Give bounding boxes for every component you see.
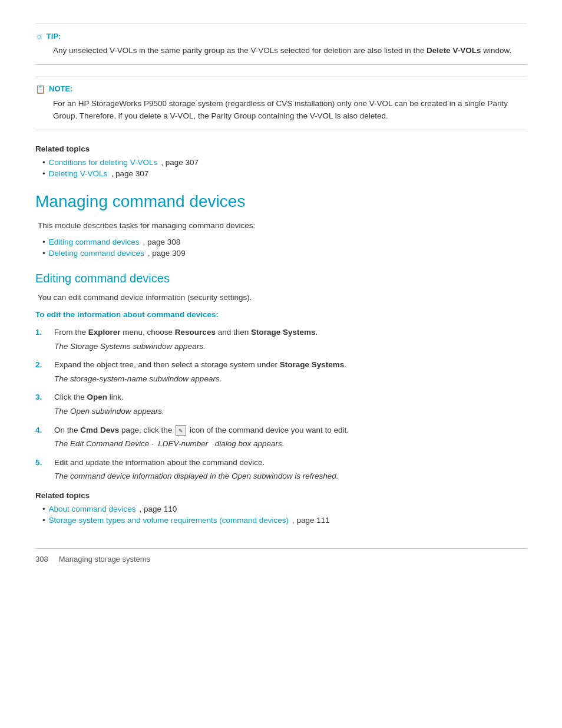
step-num-4: 4.: [35, 424, 46, 437]
bold-storage-systems-2: Storage Systems: [280, 360, 345, 369]
deleting-command-devices-link[interactable]: Deleting command devices: [49, 249, 144, 258]
storage-system-types-link[interactable]: Storage system types and volume requirem…: [49, 516, 289, 525]
note-title: NOTE:: [49, 84, 72, 93]
related-topics-1: Related topics Conditions for deleting V…: [35, 144, 527, 178]
list-item: Storage system types and volume requirem…: [42, 516, 527, 525]
step-sub-5: The command device information displayed…: [54, 470, 527, 483]
note-box: 📋 NOTE: For an HP StorageWorks P9500 sto…: [35, 77, 527, 130]
footer-page-num: 308: [35, 555, 48, 564]
managing-links: Editing command devices , page 308 Delet…: [35, 238, 527, 258]
steps-list: 1. From the Explorer menu, choose Resour…: [35, 326, 527, 483]
tip-icon: ☼: [35, 31, 43, 41]
note-text: For an HP StorageWorks P9500 storage sys…: [35, 97, 527, 123]
bold-storage-systems: Storage Systems: [251, 328, 316, 337]
step-num-2: 2.: [35, 358, 46, 371]
bold-cmd-devs: Cmd Devs: [80, 426, 119, 434]
step-num-1: 1.: [35, 326, 46, 339]
tip-bold: Delete V-VOLs: [427, 46, 481, 55]
related-topics-2-title: Related topics: [35, 491, 527, 500]
footer-bar: 308 Managing storage systems: [35, 548, 527, 564]
step-5: 5. Edit and update the information about…: [35, 456, 527, 483]
page-ref: , page 308: [143, 238, 181, 246]
list-item: About command devices , page 110: [42, 505, 527, 513]
editing-section-title: Editing command devices: [35, 272, 527, 285]
page-ref: , page 309: [148, 249, 186, 258]
footer-text: Managing storage systems: [59, 555, 150, 564]
step-body-1: From the Explorer menu, choose Resources…: [54, 326, 527, 353]
list-item: Conditions for deleting V-VOLs , page 30…: [42, 158, 527, 167]
related-topics-1-title: Related topics: [35, 144, 527, 153]
related-topics-1-list: Conditions for deleting V-VOLs , page 30…: [35, 158, 527, 178]
step-body-5: Edit and update the information about th…: [54, 456, 527, 483]
step-sub-3: The Open subwindow appears.: [54, 405, 527, 418]
page-ref: , page 110: [139, 505, 177, 513]
editing-body-text: You can edit command device information …: [35, 291, 527, 304]
list-item: Deleting V-VOLs , page 307: [42, 169, 527, 178]
step-num-3: 3.: [35, 391, 46, 404]
edit-icon: ✎: [176, 425, 186, 436]
step-sub-4: The Edit Command Device · LDEV-number di…: [54, 437, 527, 450]
managing-section-title: Managing command devices: [35, 192, 527, 211]
step-body-4: On the Cmd Devs page, click the ✎ icon o…: [54, 424, 527, 450]
bold-open: Open: [87, 393, 108, 401]
tip-text-part1: Any unselected V-VOLs in the same parity…: [53, 46, 427, 55]
tip-text-part2: window.: [481, 46, 511, 55]
step-body-3: Click the Open link. The Open subwindow …: [54, 391, 527, 417]
tip-box: ☼ TIP: Any unselected V-VOLs in the same…: [35, 24, 527, 65]
about-command-devices-link[interactable]: About command devices: [49, 505, 136, 513]
related-topics-2-list: About command devices , page 110 Storage…: [35, 505, 527, 525]
note-icon: 📋: [35, 84, 45, 94]
page-ref: , page 111: [292, 516, 330, 525]
step-3: 3. Click the Open link. The Open subwind…: [35, 391, 527, 417]
step-2: 2. Expand the object tree, and then sele…: [35, 358, 527, 385]
step-sub-1: The Storage Systems subwindow appears.: [54, 340, 527, 353]
bold-resources: Resources: [175, 328, 216, 337]
note-label: 📋 NOTE:: [35, 84, 527, 94]
related-topics-2: Related topics About command devices , p…: [35, 491, 527, 525]
bold-explorer: Explorer: [88, 328, 121, 337]
tip-text: Any unselected V-VOLs in the same parity…: [35, 44, 527, 57]
deleting-vvols-link[interactable]: Deleting V-VOLs: [49, 169, 108, 178]
conditions-link[interactable]: Conditions for deleting V-VOLs: [49, 158, 158, 167]
list-item: Editing command devices , page 308: [42, 238, 527, 246]
editing-command-devices-link[interactable]: Editing command devices: [49, 238, 140, 246]
step-1: 1. From the Explorer menu, choose Resour…: [35, 326, 527, 353]
tip-title: TIP:: [47, 32, 61, 41]
step-sub-2: The storage-system-name subwindow appear…: [54, 373, 527, 386]
list-item: Deleting command devices , page 309: [42, 249, 527, 258]
page-ref: , page 307: [111, 169, 148, 178]
step-num-5: 5.: [35, 456, 46, 469]
step-body-2: Expand the object tree, and then select …: [54, 358, 527, 385]
step-4: 4. On the Cmd Devs page, click the ✎ ico…: [35, 424, 527, 450]
editing-sub-heading: To edit the information about command de…: [35, 310, 527, 319]
managing-body-text: This module describes tasks for managing…: [35, 219, 527, 232]
tip-label: ☼ TIP:: [35, 31, 527, 41]
page-ref: , page 307: [161, 158, 199, 167]
